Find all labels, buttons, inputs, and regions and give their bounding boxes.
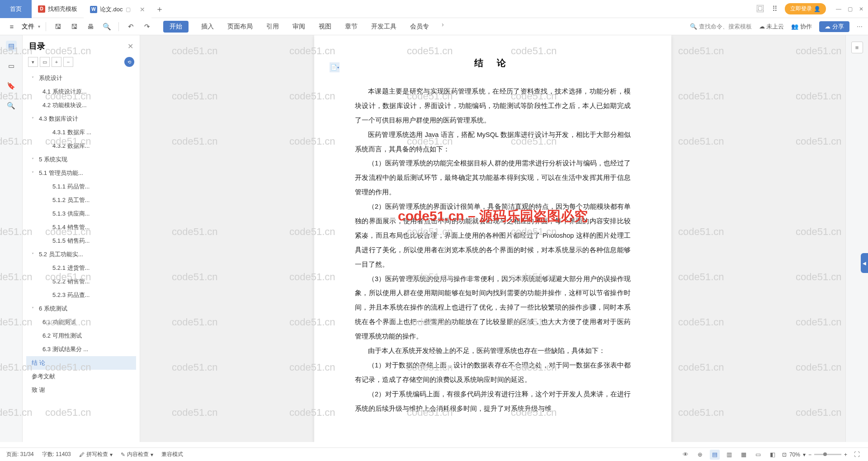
nav-icon[interactable]: ▭ xyxy=(6,61,17,71)
zoom-control[interactable]: ⊡ 70% ▾ − + xyxy=(782,452,847,458)
outline-item[interactable]: 4.3.1 数据库 ... xyxy=(26,126,136,139)
outline-item[interactable]: 5.1.2 员工管... xyxy=(26,193,136,207)
cloud-status[interactable]: ☁ 未上云 xyxy=(759,23,784,31)
outline-item[interactable]: ˅5.2 员工功能实... xyxy=(26,248,136,261)
search-icon[interactable]: 🔍 xyxy=(6,100,17,111)
status-page[interactable]: 页面: 31/34 xyxy=(6,451,34,458)
menu-layout[interactable]: 页面布局 xyxy=(226,21,254,33)
collapse-all-icon[interactable]: ▾ xyxy=(28,57,38,67)
menu-review[interactable]: 审阅 xyxy=(292,21,306,33)
view-outline-icon[interactable]: ▥ xyxy=(724,450,734,460)
share-button[interactable]: ☁ 分享 xyxy=(819,21,849,32)
file-menu[interactable]: 文件 xyxy=(22,23,34,31)
status-spell[interactable]: 🖉 拼写检查 ▾ xyxy=(79,451,113,458)
zoom-fit-icon[interactable]: ⊡ xyxy=(782,452,787,458)
outline-title: 目录 xyxy=(29,41,124,52)
apps-icon[interactable]: ⠿ xyxy=(770,5,779,14)
word-icon: W xyxy=(90,6,97,13)
maximize-button[interactable]: ▢ xyxy=(848,6,853,12)
menu-section[interactable]: 章节 xyxy=(344,21,359,33)
outline-item[interactable]: ˅系统设计 xyxy=(26,71,136,85)
save-as-icon[interactable]: 🖫 xyxy=(68,20,80,33)
view-focus-icon[interactable]: ◧ xyxy=(768,450,778,460)
outline-item[interactable]: 5.1.3 供应商... xyxy=(26,207,136,221)
search-commands[interactable]: 🔍 查找命令、搜索模板 xyxy=(690,23,752,31)
outline-item[interactable]: 5.1.4 销售管... xyxy=(26,221,136,234)
document-area[interactable]: 📄▾ 结 论 本课题主要是研究与实现医药管理系统，在经历了资料查找，技术选择，功… xyxy=(140,35,845,442)
outline-item[interactable]: ˅5.1 管理员功能... xyxy=(26,166,136,180)
outline-tree: ˅系统设计4.1 系统设计原...4.2 功能模块设...˅4.3 数据库设计4… xyxy=(23,71,140,442)
outline-item[interactable]: ˅6 系统测试 xyxy=(26,302,136,315)
add-icon[interactable]: + xyxy=(52,57,61,67)
login-button[interactable]: 立即登录👤 xyxy=(785,3,826,14)
outline-item[interactable]: 5.1.1 药品管... xyxy=(26,180,136,193)
zoom-out-icon[interactable]: − xyxy=(808,452,811,458)
status-compat[interactable]: 兼容模式 xyxy=(161,451,183,458)
avatar-icon: 👤 xyxy=(814,6,821,12)
status-bar: 页面: 31/34 字数: 11403 🖉 拼写检查 ▾ ✎ 内容检查 ▾ 兼容… xyxy=(0,447,868,461)
status-words[interactable]: 字数: 11403 xyxy=(42,451,71,458)
print-icon[interactable]: 🖶 xyxy=(84,20,97,33)
undo-icon[interactable]: ↶ xyxy=(124,20,137,33)
outline-item[interactable]: 4.3.2 数据库... xyxy=(26,139,136,153)
fullscreen-icon[interactable]: ⛶ xyxy=(852,450,862,460)
new-tab-button[interactable]: ＋ xyxy=(151,4,168,14)
eye-icon[interactable]: 👁 xyxy=(681,450,691,460)
outline-item[interactable]: 5.2.3 药品查... xyxy=(26,288,136,302)
outline-item[interactable]: 6.3 测试结果分 ... xyxy=(26,343,136,356)
close-button[interactable]: ✕ xyxy=(859,6,863,12)
menu-insert[interactable]: 插入 xyxy=(200,21,215,33)
page-marker-icon[interactable]: 📄▾ xyxy=(330,62,340,72)
zoom-in-icon[interactable]: + xyxy=(844,452,847,458)
outline-icon[interactable]: ▤ xyxy=(6,41,17,52)
tab-close-icon[interactable]: ✕ xyxy=(140,6,145,13)
layout-icon[interactable]: ⿴ xyxy=(756,5,765,14)
more-icon[interactable]: ⋯ xyxy=(857,23,863,30)
save-icon[interactable]: 🖫 xyxy=(52,20,64,33)
tab-document[interactable]: W 论文.doc ▢ ✕ xyxy=(84,0,151,18)
outline-item[interactable]: ˅5 系统实现 xyxy=(26,153,136,166)
preview-icon[interactable]: 🔍 xyxy=(100,20,113,33)
lang-icon[interactable]: ⊕ xyxy=(695,450,705,460)
redo-icon[interactable]: ↷ xyxy=(141,20,153,33)
menu-start[interactable]: 开始 xyxy=(163,21,189,33)
outline-item[interactable]: 5.2.1 进货管... xyxy=(26,261,136,275)
doc-p2: 医药管理系统选用 Java 语言，搭配 MySQL 数据库进行设计与开发，相比于… xyxy=(355,128,631,157)
outline-item[interactable]: 5.1.5 销售药... xyxy=(26,234,136,248)
tab-home[interactable]: 首页 xyxy=(0,0,32,18)
view-page-icon[interactable]: ▤ xyxy=(710,450,720,460)
ribbon: ≡ 文件 ▾ 🖫 🖫 🖶 🔍 ↶ ↷ 开始 插入 页面布局 引用 审阅 视图 章… xyxy=(0,18,868,35)
outline-item[interactable]: 6.2 可用性测试 xyxy=(26,329,136,343)
outline-close-icon[interactable]: ✕ xyxy=(127,42,133,51)
menu-icon[interactable]: ≡ xyxy=(5,20,18,33)
side-expand-tab[interactable]: ◀ xyxy=(861,253,868,273)
collab-button[interactable]: 👥 协作 xyxy=(791,23,812,31)
expand-icon[interactable]: ▭ xyxy=(40,57,50,67)
outline-item[interactable]: 4.1 系统设计原... xyxy=(26,85,136,99)
menu-member[interactable]: 会员专 xyxy=(409,21,430,33)
bookmark-icon[interactable]: 🔖 xyxy=(6,80,17,91)
style-icon[interactable]: ≡ xyxy=(851,42,863,53)
tab-window-icon[interactable]: ▢ xyxy=(126,6,131,13)
outline-item[interactable]: ˅4.3 数据库设计 xyxy=(26,112,136,126)
outline-item[interactable]: 结 论 xyxy=(26,356,136,370)
menu-reference[interactable]: 引用 xyxy=(265,21,280,33)
main-area: ▤ ▭ 🔖 🔍 目录 ✕ ▾ ▭ + − ⟲ ˅系统设计4.1 系统设计原...… xyxy=(0,35,868,442)
remove-icon[interactable]: − xyxy=(63,57,73,67)
view-web-icon[interactable]: ▦ xyxy=(739,450,749,460)
chevron-down-icon: ▾ xyxy=(38,24,40,29)
outline-item[interactable]: 致 谢 xyxy=(26,383,136,397)
outline-item[interactable]: 参考文献 xyxy=(26,370,136,383)
menu-devtools[interactable]: 开发工具 xyxy=(370,21,397,33)
minimize-button[interactable]: — xyxy=(836,6,841,12)
sync-badge[interactable]: ⟲ xyxy=(124,57,134,67)
status-content[interactable]: ✎ 内容检查 ▾ xyxy=(121,451,153,458)
outline-item[interactable]: 5.2.2 销售管... xyxy=(26,275,136,288)
outline-item[interactable]: 4.2 功能模块设... xyxy=(26,99,136,112)
outline-item[interactable]: 6.1 功能测试 xyxy=(26,315,136,329)
menu-view[interactable]: 视图 xyxy=(318,21,332,33)
menu-tabs: 开始 插入 页面布局 引用 审阅 视图 章节 开发工具 会员专 › xyxy=(163,21,444,33)
doc-p4: （2）医药管理系统的界面设计很简单，具备简洁直观的特点，因为每个功能模块都有单独… xyxy=(355,200,631,272)
view-read-icon[interactable]: ▭ xyxy=(753,450,763,460)
tab-template[interactable]: D 找稻壳模板 xyxy=(32,0,84,18)
